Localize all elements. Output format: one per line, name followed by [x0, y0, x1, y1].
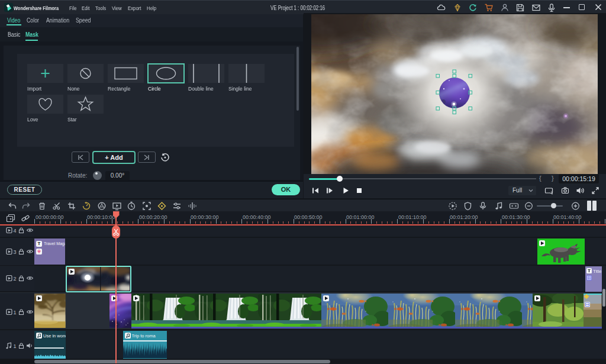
- svg-text:2: 2: [14, 276, 17, 282]
- svg-text:3: 3: [14, 249, 17, 255]
- svg-text:4: 4: [14, 228, 17, 234]
- svg-text:1: 1: [14, 343, 17, 349]
- svg-text:1: 1: [14, 310, 17, 315]
